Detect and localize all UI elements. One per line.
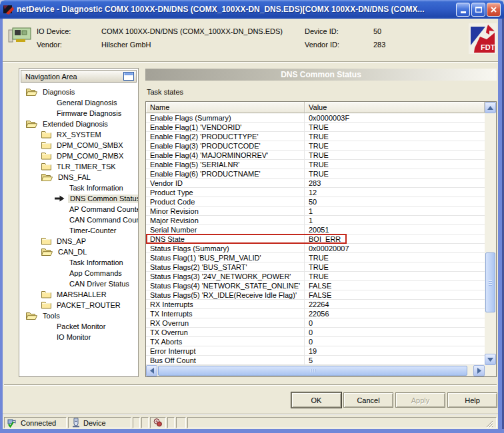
table-row[interactable]: TX Overrun0 [146, 328, 485, 337]
table-row[interactable]: Status Flags(2) 'BUS_START'TRUE [146, 262, 485, 272]
cell-value: 0 [305, 337, 485, 346]
table-row[interactable]: Enable Flag(5) 'SERIALNR'TRUE [146, 160, 485, 169]
nav-item-tools[interactable]: Tools [19, 310, 138, 321]
cell-name: Status Flag(1) 'BUS_PRM_VALID' [146, 253, 305, 262]
table-row[interactable]: Major Revision1 [146, 216, 485, 225]
table-row[interactable]: Enable Flags (Summary)0x0000003F [146, 113, 485, 123]
table-row[interactable]: RX Interrupts22264 [146, 300, 485, 309]
nav-item-label: CAN Driver Status [67, 280, 131, 288]
cell-value: TRUE [305, 262, 485, 271]
nav-item-can-command-counters[interactable]: CAN Command Counters [19, 215, 138, 225]
vertical-scrollbar[interactable] [485, 102, 496, 365]
cell-value: 0x00020007 [305, 244, 485, 252]
nav-item-dns-common-status[interactable]: DNS Common Status [19, 193, 138, 204]
folder-open-icon [26, 120, 37, 128]
collapse-pane-icon[interactable] [123, 72, 134, 81]
nav-item-packet-router[interactable]: PACKET_ROUTER [19, 300, 138, 310]
nav-item-label: RX_SYSTEM [55, 131, 103, 139]
nav-item-packet-monitor[interactable]: Packet Monitor [19, 321, 138, 332]
table-row[interactable]: Product Type12 [146, 188, 485, 197]
nav-item-extended-diagnosis[interactable]: Extended Diagnosis [19, 119, 138, 129]
nav-item-task-information[interactable]: Task Information [19, 257, 138, 268]
nav-item-dns-ap[interactable]: DNS_AP [19, 236, 138, 246]
table-row[interactable]: Enable Flag(2) 'PRODUCTTYPE'TRUE [146, 132, 485, 141]
statusbar-separator [3, 414, 498, 415]
nav-item-can-dl[interactable]: CAN_DL [19, 246, 138, 257]
cell-name: Status Flags(5) 'RX_IDLE(Receive Idle Fl… [146, 290, 305, 299]
nav-item-label: DPM_COM0_RMBX [55, 152, 125, 161]
nav-item-label: Extended Diagnosis [41, 120, 110, 129]
nav-item-label: DNS_FAL [56, 173, 93, 182]
table-row[interactable]: Status Flags(5) 'RX_IDLE(Receive Idle Fl… [146, 290, 485, 300]
scroll-up-icon[interactable] [485, 102, 496, 113]
table-row[interactable]: Status Flags(4) 'NETWORK_STATE_ONLINE'FA… [146, 281, 485, 290]
cell-value: FALSE [305, 281, 485, 290]
table-row[interactable]: Serial Number20051 [146, 225, 485, 234]
table-row[interactable]: DNS StateBOI_ERR [146, 234, 485, 244]
nav-item-dpm-com0-rmbx[interactable]: DPM_COM0_RMBX [19, 151, 138, 161]
cell-value: 50 [305, 197, 485, 206]
nav-item-rx-system[interactable]: RX_SYSTEM [19, 129, 138, 140]
nav-item-tlr-timer-tsk[interactable]: TLR_TIMER_TSK [19, 161, 138, 172]
column-header-value[interactable]: Value [305, 102, 485, 113]
nav-item-task-information[interactable]: Task Information [19, 183, 138, 193]
resize-grip[interactable] [485, 419, 493, 428]
table-row[interactable]: Enable Flag(6) 'PRODUCTNAME'TRUE [146, 169, 485, 179]
scroll-down-icon[interactable] [485, 354, 496, 365]
nav-item-app-commands[interactable]: App Commands [19, 268, 138, 278]
table-row[interactable]: Vendor ID283 [146, 179, 485, 188]
table-row[interactable]: TX Interrupts22056 [146, 309, 485, 318]
horizontal-scroll-thumb[interactable] [158, 366, 467, 376]
minimize-button[interactable] [456, 3, 470, 17]
nav-item-ap-command-counters[interactable]: AP Command Counters [19, 204, 138, 215]
column-header-name[interactable]: Name [146, 102, 305, 113]
table-row[interactable]: Status Flag(1) 'BUS_PRM_VALID'TRUE [146, 253, 485, 262]
vertical-scroll-thumb[interactable] [485, 252, 495, 312]
help-button[interactable]: Help [447, 392, 497, 408]
nav-item-timer-counter[interactable]: Timer-Counter [19, 225, 138, 236]
scroll-left-icon[interactable] [146, 365, 157, 376]
navigation-panel: Navigation Area DiagnosisGeneral Diagnos… [19, 68, 139, 377]
nav-item-io-monitor[interactable]: IO Monitor [19, 332, 138, 342]
device-id-value: 50 [373, 27, 381, 35]
cell-name: RX Interrupts [146, 300, 305, 308]
table-row[interactable]: Status Flags(3) '24V_NETWORK_POWER'TRUE [146, 272, 485, 281]
table-row[interactable]: Error Interrupt19 [146, 346, 485, 356]
nav-item-diagnosis[interactable]: Diagnosis [19, 87, 138, 97]
folder-open-icon [26, 312, 37, 320]
table-row[interactable]: Product Code50 [146, 197, 485, 207]
nav-item-label: Firmware Diagnosis [55, 109, 123, 118]
nav-item-general-diagnosis[interactable]: General Diagnosis [19, 97, 138, 108]
table-row[interactable]: Enable Flag(1) 'VENDORID'TRUE [146, 123, 485, 132]
ok-button[interactable]: OK [291, 392, 341, 408]
fdt-logo-text: FDT [481, 43, 495, 51]
table-row[interactable]: TX Aborts0 [146, 337, 485, 346]
close-button[interactable] [487, 3, 501, 17]
maximize-button[interactable] [471, 3, 485, 17]
cell-value: 283 [305, 179, 485, 187]
cell-value: TRUE [305, 160, 485, 169]
nav-item-dns-fal[interactable]: DNS_FAL [19, 172, 138, 183]
table-row[interactable]: RX Overrun0 [146, 318, 485, 328]
nav-item-can-driver-status[interactable]: CAN Driver Status [19, 278, 138, 289]
statusbar: ConnectedDevice [3, 416, 498, 429]
horizontal-scrollbar[interactable] [146, 365, 485, 376]
apply-button[interactable]: Apply [395, 392, 445, 408]
table-row[interactable]: Enable Flag(3) 'PRODUCTCODE'TRUE [146, 141, 485, 151]
device-icon [71, 418, 81, 428]
cell-value: 19 [305, 346, 485, 355]
nav-item-firmware-diagnosis[interactable]: Firmware Diagnosis [19, 108, 138, 119]
table-row[interactable]: Bus Off Count5 [146, 356, 485, 365]
scroll-right-icon[interactable] [473, 365, 485, 376]
status-connected-label: Connected [21, 419, 56, 427]
app-icon [3, 4, 14, 15]
cell-value: 5 [305, 356, 485, 364]
cancel-button[interactable]: Cancel [343, 392, 393, 408]
nav-item-dpm-com0-smbx[interactable]: DPM_COM0_SMBX [19, 140, 138, 151]
cell-value: TRUE [305, 272, 485, 280]
nav-item-marshaller[interactable]: MARSHALLER [19, 289, 138, 300]
table-row[interactable]: Minor Revision1 [146, 207, 485, 216]
cell-name: Minor Revision [146, 207, 305, 215]
table-row[interactable]: Status Flags (Summary)0x00020007 [146, 244, 485, 253]
table-row[interactable]: Enable Flag(4) 'MAJORMINORREV'TRUE [146, 151, 485, 160]
